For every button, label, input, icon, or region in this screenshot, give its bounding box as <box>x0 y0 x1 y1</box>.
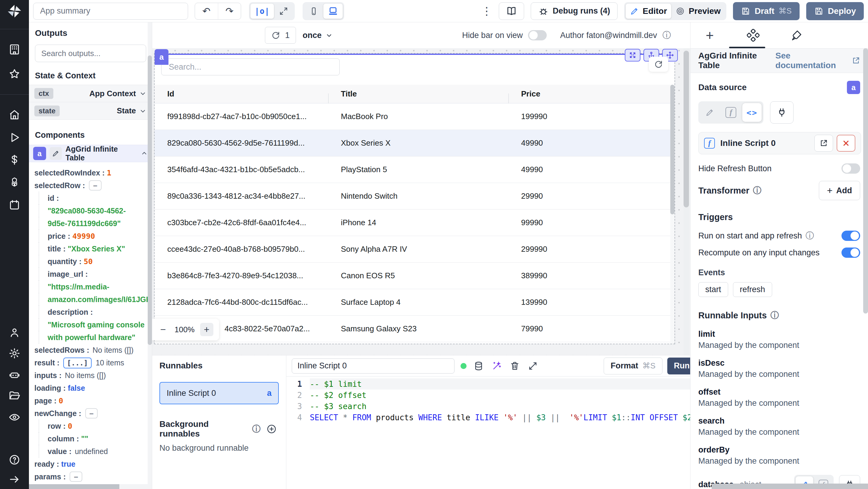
state-row[interactable]: state State <box>29 102 152 120</box>
table-row[interactable]: 2128adca-7fc6-44bd-800c-dc115df6ac...Sur… <box>155 289 670 316</box>
output-line[interactable]: loading : false <box>34 382 152 394</box>
ai-wand-button[interactable] <box>491 360 503 372</box>
info-icon[interactable]: ⓘ <box>252 423 261 435</box>
output-line[interactable]: row : 0 <box>38 420 152 432</box>
output-line[interactable]: description : <box>38 306 152 318</box>
settings-scrollbar-thumb[interactable] <box>863 48 868 313</box>
output-line[interactable]: price : 49990 <box>38 230 152 242</box>
outputs-scrollbar-track[interactable] <box>148 22 152 489</box>
search-outputs-input[interactable] <box>35 44 146 62</box>
eval-code-button[interactable]: <> <box>742 103 762 122</box>
output-line[interactable]: selectedRow : – <box>34 179 152 192</box>
output-line[interactable]: amazon.com/images/I/61JGKho <box>38 293 152 306</box>
runnable-item-inline-script-0[interactable]: Inline Script 0 a <box>159 382 279 404</box>
zoom-in-button[interactable]: + <box>200 323 213 336</box>
table-row[interactable]: ccee43dc-27e0-40a8-b768-b09579b0...Sony … <box>155 236 670 263</box>
favorites-star-icon[interactable] <box>8 68 21 80</box>
expand-component-button[interactable] <box>625 49 641 61</box>
component-id-tag[interactable]: a <box>155 49 168 65</box>
full-width-button[interactable] <box>274 4 293 19</box>
column-header-id[interactable]: Id <box>155 89 328 99</box>
workspace-icon[interactable] <box>8 43 21 56</box>
collapse-arrow-icon[interactable] <box>8 473 21 485</box>
code-line[interactable]: 3-- $3 search <box>286 401 720 412</box>
add-component-tab[interactable]: + <box>703 28 717 42</box>
runs-play-icon[interactable] <box>8 131 21 144</box>
component-refresh-button[interactable] <box>649 57 668 72</box>
output-line[interactable]: newChange : – <box>34 407 152 420</box>
chevron-up-icon[interactable] <box>141 150 148 157</box>
code-line[interactable]: 4SELECT * FROM products WHERE title ILIK… <box>286 412 720 423</box>
table-row[interactable]: f991898d-cb27-4ac7-b10c-0b9050ce1...MacB… <box>155 103 670 130</box>
info-icon[interactable]: ⓘ <box>662 30 671 41</box>
mobile-view-button[interactable] <box>304 4 323 19</box>
add-transformer-button[interactable]: + Add <box>819 181 860 200</box>
desktop-view-button[interactable] <box>323 4 343 19</box>
output-line[interactable]: inputs : No items ([]) <box>34 369 152 382</box>
connect-plug-button[interactable] <box>770 101 794 124</box>
debug-runs-button[interactable]: Debug runs (4) <box>531 2 618 20</box>
resources-cubes-icon[interactable] <box>8 176 21 188</box>
see-documentation-link[interactable]: See documentation <box>775 51 860 70</box>
settings-gear-icon[interactable] <box>8 347 21 359</box>
output-line[interactable]: params : – <box>34 470 152 483</box>
table-search-input[interactable] <box>161 59 340 75</box>
output-line[interactable]: column : "" <box>38 432 152 445</box>
outputs-scrollbar-thumb[interactable] <box>148 56 152 345</box>
add-background-runnable-button[interactable] <box>264 422 279 436</box>
home-icon[interactable] <box>8 109 21 121</box>
redo-button[interactable]: ↷ <box>218 3 241 19</box>
output-line[interactable]: with powerful hardware" <box>38 331 152 344</box>
script-name-input[interactable] <box>292 359 455 373</box>
tab-preview[interactable]: Preview <box>671 4 725 19</box>
event-chip-refresh[interactable]: refresh <box>733 282 772 297</box>
component-settings-tab[interactable] <box>746 28 761 42</box>
tab-editor[interactable]: Editor <box>626 4 671 19</box>
users-person-icon[interactable] <box>8 327 21 339</box>
docs-book-button[interactable] <box>499 2 524 20</box>
format-button[interactable]: Format ⌘S <box>604 358 662 374</box>
output-line[interactable]: "829ca080-5630-4562- <box>38 205 152 217</box>
table-scrollbar-thumb[interactable] <box>670 85 675 214</box>
table-row[interactable]: c303bce7-cb2e-42c6-8fdf-6aa01fc4e4...iPh… <box>155 210 670 236</box>
rename-pencil-icon[interactable] <box>50 147 62 160</box>
delete-trash-button[interactable] <box>509 360 521 372</box>
interval-dropdown[interactable]: once <box>303 31 333 40</box>
table-row[interactable]: b3e864c8-7fe3-4270-89e9-54c12038...Canon… <box>155 263 670 289</box>
output-line[interactable]: selectedRowIndex : 1 <box>34 166 152 179</box>
settings-hscrollbar-thumb[interactable] <box>712 484 868 489</box>
canvas-scrollbar-thumb[interactable] <box>684 51 689 207</box>
table-row[interactable]: 829ca080-5630-4562-9d5e-7611199d...Xbox … <box>155 130 670 156</box>
centered-layout-button[interactable]: |o| <box>250 4 274 19</box>
outputs-hscrollbar-thumb[interactable] <box>29 484 119 489</box>
output-line[interactable]: "Microsoft gaming console <box>38 318 152 331</box>
undo-button[interactable]: ↶ <box>195 3 218 19</box>
output-line[interactable]: id : <box>38 192 152 205</box>
table-row[interactable]: 89c0a336-1343-4812-ac34-e4bb8e27...Ninte… <box>155 183 670 210</box>
info-icon[interactable]: ⓘ <box>806 230 814 242</box>
aggrid-table-component[interactable]: Id Title Price f991898d-cb27-4ac7-b10c-0… <box>155 54 675 344</box>
table-row[interactable]: 4c83-8022-5e70a07a2...Samsung Galaxy S23… <box>155 316 670 342</box>
chevron-down-icon[interactable] <box>139 107 147 115</box>
info-icon[interactable]: ⓘ <box>753 185 761 196</box>
table-row[interactable]: 354f6afd-43ac-4321-b1bc-0b5e5adcb...Play… <box>155 156 670 183</box>
zoom-out-button[interactable]: − <box>157 324 169 335</box>
output-line[interactable]: selectedRows : No items ([]) <box>34 344 152 356</box>
canvas-scrollbar-track[interactable] <box>684 48 689 355</box>
output-line[interactable]: 9d5e-7611199dc669" <box>38 217 152 230</box>
help-icon[interactable] <box>8 454 21 466</box>
output-line[interactable]: quantity : 50 <box>38 255 152 268</box>
deploy-button[interactable]: Deploy <box>806 2 864 20</box>
database-icon-button[interactable] <box>472 360 485 372</box>
linked-script-row[interactable]: f Inline Script 0 ✕ <box>698 132 861 154</box>
expand-editor-button[interactable] <box>527 360 539 372</box>
hide-refresh-toggle[interactable] <box>841 163 860 174</box>
app-summary-input[interactable] <box>33 3 188 20</box>
windmill-logo[interactable] <box>7 4 22 18</box>
static-pencil-button[interactable] <box>700 103 719 122</box>
open-script-button[interactable] <box>814 135 833 152</box>
schedules-calendar-icon[interactable] <box>8 199 21 211</box>
output-line[interactable]: image_url : <box>38 268 152 280</box>
column-header-price[interactable]: Price <box>508 89 670 99</box>
column-header-title[interactable]: Title <box>328 89 508 99</box>
